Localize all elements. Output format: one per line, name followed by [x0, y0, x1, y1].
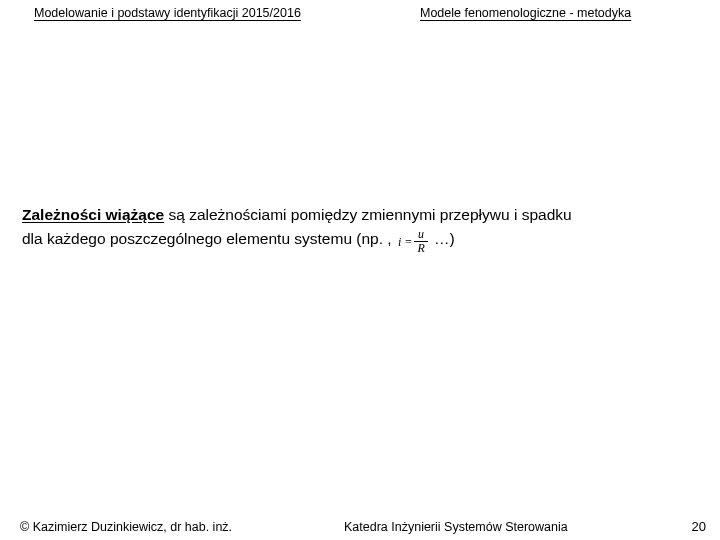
footer: © Kazimierz Duzinkiewicz, dr hab. inż. K…	[0, 514, 720, 534]
page-number: 20	[692, 519, 706, 534]
footer-department: Katedra Inżynierii Systemów Sterowania	[344, 520, 568, 534]
line1-rest: są zależnościami pomiędzy zmiennymi prze…	[164, 206, 571, 223]
body-paragraph: Zależności wiążące są zależnościami pomi…	[22, 205, 702, 253]
line2-pre: dla każdego poszczególnego elementu syst…	[22, 230, 396, 247]
header-left-title: Modelowanie i podstawy identyfikacji 201…	[34, 6, 301, 20]
inline-formula: i =uR	[398, 228, 428, 255]
slide: Modelowanie i podstawy identyfikacji 201…	[0, 0, 720, 540]
line2-post: …)	[430, 230, 455, 247]
formula-denominator: R	[414, 242, 427, 255]
header: Modelowanie i podstawy identyfikacji 201…	[0, 6, 720, 30]
header-right-title: Modele fenomenologiczne - metodyka	[420, 6, 631, 20]
formula-lhs: i =	[398, 236, 412, 248]
formula-fraction: uR	[414, 228, 427, 255]
formula-numerator: u	[414, 228, 427, 242]
lead-phrase: Zależności wiążące	[22, 206, 164, 223]
footer-author: © Kazimierz Duzinkiewicz, dr hab. inż.	[20, 520, 232, 534]
